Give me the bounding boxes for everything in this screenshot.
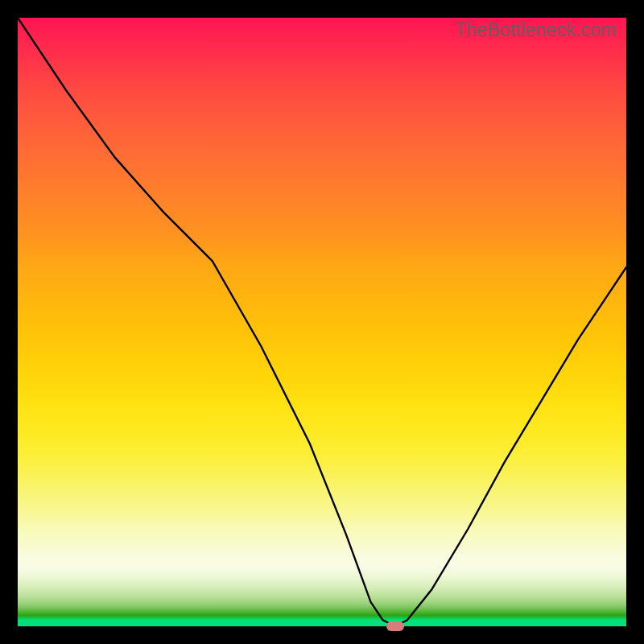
watermark-text: TheBottleneck.com bbox=[456, 19, 617, 41]
bottleneck-curve bbox=[18, 18, 626, 626]
plot-area: TheBottleneck.com bbox=[18, 18, 626, 626]
optimum-marker bbox=[386, 621, 404, 631]
curve-path bbox=[18, 18, 626, 626]
chart-frame: TheBottleneck.com bbox=[0, 0, 644, 644]
